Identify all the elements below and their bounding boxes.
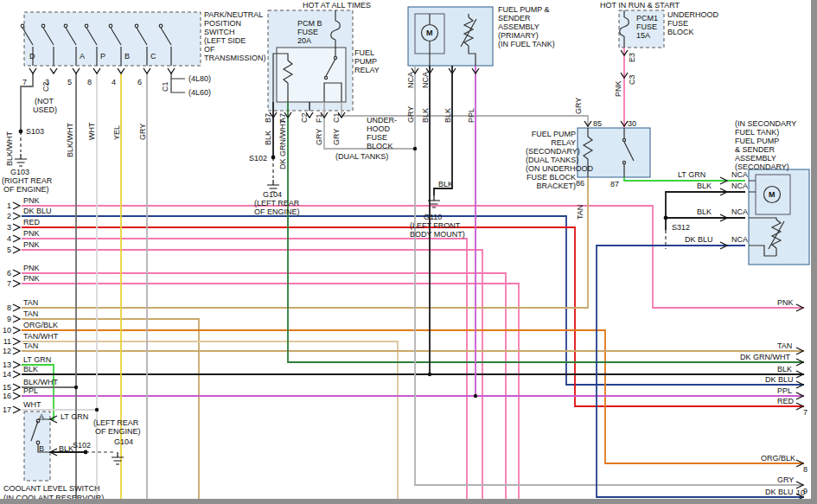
fuse-block-label: HOOD <box>367 124 390 133</box>
pin-label: C2 <box>300 112 309 123</box>
primary-pump-title-line: ASSEMBLY <box>498 22 539 31</box>
fuse-label: PCM1 <box>636 14 658 22</box>
secondary-relay-title-line: BRACKET) <box>526 182 576 190</box>
wire-color-label: WHT <box>23 400 41 409</box>
pnp-connector-c2-label: C2 <box>41 81 50 92</box>
trans-4l80-label: (4L80) <box>188 74 211 83</box>
splice-label: S312 <box>672 223 690 232</box>
wire-color-label: TAN <box>777 341 792 350</box>
wire-color-label: BLK/WHT <box>5 131 14 166</box>
wire-color-label: LT GRN <box>678 170 705 179</box>
ground-label: G104 <box>114 437 133 446</box>
motor-symbol-letter: M <box>426 29 433 37</box>
wire-color-label: BLK <box>23 365 38 373</box>
wire-color-label: GRY <box>406 106 415 123</box>
pnp-terminal-letter: C <box>150 52 156 61</box>
ground-label: BODY MOUNT) <box>410 230 465 239</box>
relay-label: FUEL <box>354 48 374 57</box>
ground-label: G104 <box>263 190 282 199</box>
relay-pin-label: 87 <box>610 180 619 188</box>
pin-label: B7 <box>264 113 272 123</box>
coolant-switch-title: COOLANT LEVEL SWITCH <box>3 484 100 493</box>
ground-label: OF ENGINE) <box>95 427 141 436</box>
wire-color-label: TAN <box>576 205 584 220</box>
fuse-label: 15A <box>636 31 650 40</box>
wire-color-label: BLK <box>444 108 452 123</box>
relay-pin-label: 86 <box>576 179 584 188</box>
motor-symbol-letter: M <box>769 190 776 199</box>
left-pin-number: 10 <box>1 326 11 335</box>
left-pin-number: 7 <box>1 279 11 288</box>
fuse-block-label: UNDER- <box>367 116 397 124</box>
ground-label: (RIGHT REAR <box>2 176 52 185</box>
trans-4l60-label: (4L60) <box>188 88 211 97</box>
pnp-title-line: OF <box>204 45 215 54</box>
wire-color-label: PNK <box>23 229 40 238</box>
relay-label: RELAY <box>354 66 380 74</box>
fuse-block-label: BLOCK <box>367 142 393 150</box>
secondary-relay-title-line: FUEL PUMP <box>526 130 576 138</box>
left-pin-number: 11 <box>1 337 11 346</box>
secondary-pump-title-line: & SENDER <box>735 145 775 154</box>
nca-label: NCA <box>421 72 430 88</box>
wire-color-label: GRY <box>315 129 323 145</box>
pnp-pin-number: 6 <box>137 78 142 86</box>
ground-label: G110 <box>424 213 442 221</box>
fuse-label: 20A <box>297 36 311 45</box>
left-pin-number: 17 <box>1 405 11 414</box>
pnp-terminal-letter: D <box>29 52 35 61</box>
wire-red-row3 <box>22 227 804 406</box>
wire-blk-g110 <box>434 66 452 195</box>
relay-pin-label: 85 <box>593 119 602 128</box>
secondary-relay-title-line: (DUAL TANKS) <box>526 156 576 164</box>
fuse-block-label: FUSE <box>667 19 688 28</box>
right-edge-arrows <box>796 304 803 501</box>
pnp-switch-box <box>24 12 201 66</box>
wire-color-label: ORG/BLK <box>23 321 58 329</box>
fuse-block-label: BLOCK <box>667 28 694 36</box>
primary-pump-title-line: (IN FUEL TANK) <box>498 40 555 48</box>
wiring-diagram: PARK/NEUTRAL POSITION SWITCH (LEFT SIDE … <box>0 0 817 504</box>
wire-color-label: PNK <box>23 196 40 205</box>
relay-label: PUMP <box>354 57 377 66</box>
pnp-pin-number: 4 <box>112 78 116 86</box>
pnp-pin-number: 8 <box>87 78 92 86</box>
wire-color-label: PPL <box>777 386 792 395</box>
wire-color-label: PNK <box>23 264 40 272</box>
dual-tanks-label: (DUAL TANKS) <box>335 152 388 161</box>
wire-color-label: GRY <box>138 124 147 140</box>
wire-color-label: GRY <box>332 129 341 145</box>
wire-color-label: TAN <box>23 341 38 350</box>
left-pin-number: 2 <box>1 212 11 220</box>
window-edge-bottom <box>0 499 817 504</box>
left-pin-number: 8 <box>1 303 11 312</box>
wire-color-label: BLK <box>697 182 712 190</box>
wire-color-label: DK BLU <box>23 207 52 215</box>
pnp-title-line: (LEFT SIDE <box>204 36 246 45</box>
pnp-pin-arrows <box>29 68 175 73</box>
secondary-relay-title-line: (ON UNDERHOOD <box>526 164 576 173</box>
secondary-relay-title-line: RELAY <box>526 138 576 147</box>
ground-label: OF ENGINE) <box>254 207 300 216</box>
pnp-terminal-letter: P <box>100 52 105 61</box>
left-pin-number: 12 <box>1 347 11 355</box>
pnp-title-line: POSITION <box>204 19 241 28</box>
s312-dot <box>664 216 668 220</box>
nca-label: NCA <box>406 72 415 88</box>
wire-color-label: GRY <box>574 98 583 114</box>
fuse-label: PCM B <box>297 19 322 28</box>
left-pin-number: 9 <box>1 315 11 323</box>
fuse-block-label: UNDERHOOD <box>667 10 718 19</box>
coolant-pin-label: A <box>39 412 44 421</box>
pnp-pin-number: 5 <box>67 78 72 86</box>
left-pin-number: 14 <box>1 370 11 379</box>
wire-color-label: BLK <box>421 108 430 123</box>
nca-label: NCA <box>731 235 748 244</box>
ground-label: G103 <box>10 168 29 176</box>
wire-color-label: DK GRN/WHT <box>278 119 287 169</box>
wire-color-label: PNK <box>614 80 622 97</box>
left-pin-number: 13 <box>1 360 11 369</box>
secondary-pump-title-line: ASSEMBLY <box>735 154 776 163</box>
wire-pnk-row4 <box>22 239 467 499</box>
wire-color-label: PPL <box>467 108 476 123</box>
